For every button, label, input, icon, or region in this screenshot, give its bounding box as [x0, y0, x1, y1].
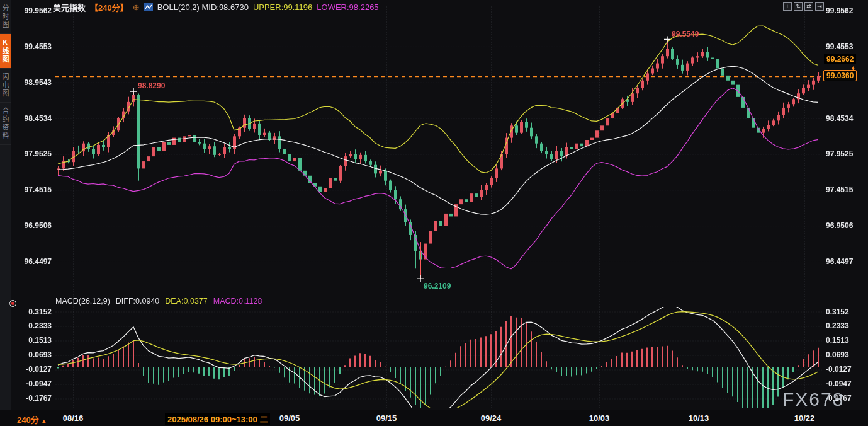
trading-app-window: 分时图K线图闪电图合约资料 美元指数 【240分】 ⊕ BOLL(20,2) M… — [0, 0, 868, 426]
x-axis-date-label: 09/24 — [463, 413, 519, 423]
price-tick-label: -0.0127 — [15, 365, 52, 374]
go-latest-icon[interactable]: ⇥ — [815, 2, 824, 11]
price-tick-label: 0.2333 — [826, 321, 849, 330]
sidebar-tab-lightning[interactable]: 闪电图 — [0, 69, 11, 103]
price-tick-label: 0.3152 — [15, 308, 52, 316]
price-tick-label: 97.9525 — [826, 149, 853, 158]
price-tick-label: 97.4515 — [826, 185, 853, 194]
chart-header: 美元指数 【240分】 ⊕ BOLL(20,2) MID:98.6730 UPP… — [53, 1, 379, 13]
x-axis-date-label: 09/15 — [358, 413, 415, 423]
price-tick-label: 98.4534 — [826, 114, 853, 123]
annotation-high-left: 98.8290 — [138, 81, 165, 90]
price-tick-label: 98.4534 — [15, 114, 52, 123]
x-axis-date-label: 08/16 — [45, 413, 101, 423]
price-tick-label: -0.1767 — [15, 394, 52, 403]
chart-style-icon[interactable] — [144, 3, 153, 11]
price-tick-label: 0.2333 — [15, 321, 52, 330]
macd-macd-value: MACD:0.1128 — [213, 297, 262, 306]
price-tick-label: 0.0693 — [826, 350, 849, 359]
macd-dea-value: DEA:0.0377 — [165, 297, 207, 306]
price-tick-label: 0.0693 — [15, 350, 52, 359]
price-tick-label: 99.9562 — [15, 6, 52, 15]
period-label[interactable]: 【240分】 — [90, 1, 128, 13]
sidebar-tab-contract-info[interactable]: 合约资料 — [0, 103, 11, 145]
annotation-low: 96.2109 — [424, 282, 451, 291]
sidebar-tab-time-share[interactable]: 分时图 — [0, 0, 11, 34]
period-selector[interactable]: 240分 ▲ — [17, 413, 47, 425]
price-tick-label: -0.0127 — [826, 365, 852, 374]
add-indicator-icon[interactable]: ⊕ — [133, 3, 140, 12]
macd-diff-value: DIFF:0.0940 — [116, 297, 159, 306]
price-tick-label: 96.4497 — [15, 257, 52, 266]
chart-type-sidebar: 分时图K线图闪电图合约资料 — [0, 0, 11, 410]
watermark-logo: FX678 — [782, 389, 844, 410]
price-tick-label: 96.4497 — [826, 257, 853, 266]
last-price-badge: 99.0360 — [823, 70, 857, 81]
boll-lower-value: LOWER:98.2265 — [317, 3, 378, 12]
sidebar-tab-kline[interactable]: K线图 — [0, 34, 11, 69]
price-tick-label: -0.0947 — [15, 379, 52, 388]
macd-header: MACD(26,12,9) DIFF:0.0940 DEA:0.0377 MAC… — [55, 297, 262, 306]
price-tick-label: 97.4515 — [15, 185, 52, 194]
price-tick-label: 97.9525 — [15, 149, 52, 158]
price-tick-label: 0.1513 — [15, 336, 52, 345]
price-tick-label: 99.4553 — [15, 42, 52, 51]
crosshair-icon[interactable]: + — [783, 2, 792, 11]
price-tick-label: 99.9562 — [826, 6, 853, 15]
kline-chart-canvas[interactable] — [0, 0, 868, 426]
boll-upper-value: UPPER:99.1196 — [253, 3, 312, 12]
price-tick-label: 0.3152 — [826, 308, 849, 316]
price-tick-label: 96.9506 — [826, 221, 853, 230]
x-axis-date-label: 10/03 — [571, 413, 628, 423]
annotation-high-right: 99.5549 — [672, 30, 699, 38]
indicator-panel-dot-icon[interactable] — [9, 300, 16, 307]
fit-horizontal-icon[interactable]: ⇄ — [804, 2, 813, 11]
time-axis-bar: 240分 ▲ 2025/08/26 09:00~13:00 二 08/1609/… — [0, 410, 868, 426]
price-tick-label: 99.4553 — [826, 42, 853, 51]
macd-title: MACD(26,12,9) — [55, 297, 110, 306]
x-axis-date-label: 09/05 — [261, 413, 318, 423]
chart-toolbar: +⇅⇄⇥ — [783, 2, 824, 11]
price-tick-label: -0.0947 — [826, 379, 852, 388]
price-tick-label: 98.9543 — [15, 78, 52, 87]
symbol-name: 美元指数 — [53, 1, 86, 13]
x-axis-date-label: 10/22 — [776, 413, 833, 423]
x-axis-date-label: 10/13 — [670, 413, 727, 423]
crosshair-date-label: 2025/08/26 09:00~13:00 二 — [165, 413, 270, 425]
boll-mid-value: BOLL(20,2) MID:98.6730 — [157, 3, 249, 12]
price-tick-label: 0.1513 — [826, 336, 849, 345]
price-tick-label: 96.9506 — [15, 221, 52, 230]
fit-vertical-icon[interactable]: ⇅ — [794, 2, 803, 11]
prev-high-price-badge: 99.2662 — [824, 54, 856, 64]
